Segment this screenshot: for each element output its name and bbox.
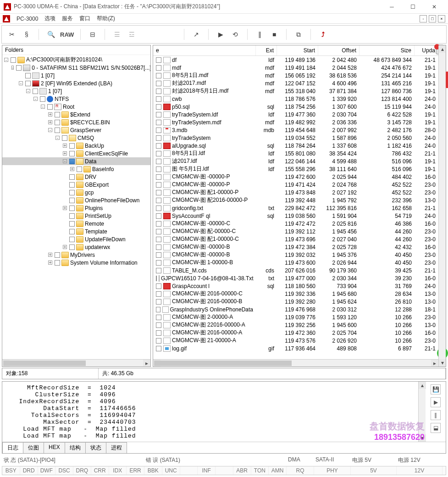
tree-mydrivers[interactable]: +MyDrivers xyxy=(2,251,150,259)
tree-root[interactable]: -A:\PC3000\河南新野20181024\ xyxy=(2,56,150,64)
copy-icon[interactable]: ⧉ xyxy=(293,29,304,40)
log-tab-hex[interactable]: HEX xyxy=(44,442,65,453)
log-play-icon[interactable]: ▶ xyxy=(431,397,441,407)
tree-drv[interactable]: DRV xyxy=(2,173,150,181)
file-row[interactable]: gridconfig.txttxt229 842 472112 395 8161… xyxy=(153,204,438,212)
close-button[interactable]: ✕ xyxy=(424,0,444,13)
file-row[interactable]: GraspIndustryS OnlinePhoneData119 476 96… xyxy=(153,305,438,313)
drive-icon[interactable]: ⊟ xyxy=(87,29,98,40)
maximize-button[interactable]: ☐ xyxy=(403,0,423,13)
file-row[interactable]: log.gifgif117 936 464489 8086 89721-1 xyxy=(153,344,438,352)
log-pause-icon[interactable]: ‖ xyxy=(431,410,441,420)
tree-ntfs[interactable]: -NTFS xyxy=(2,95,150,103)
minimize-button[interactable]: ─ xyxy=(382,0,402,13)
file-row[interactable]: dfldf119 489 1362 042 48048 673 849 3442… xyxy=(153,56,438,64)
tree-part2sub[interactable]: -1 [07] xyxy=(2,87,150,95)
log-tab-state[interactable]: 状态 xyxy=(85,442,106,453)
file-row[interactable]: CMGMCW-图 2016-00000-A119 472 3602 025 70… xyxy=(153,329,438,337)
file-row[interactable]: CMGMCW-图 -00000-P119 472 6002 025 944484… xyxy=(153,173,438,181)
tree-recycle[interactable]: +$RECYCLE.BIN xyxy=(2,118,150,126)
tree-data[interactable]: -Data xyxy=(2,157,150,165)
log-text[interactable]: MftRecordSize = 1024 ClusterSize = 4096 … xyxy=(2,382,418,442)
file-row[interactable]: CMGMCW-图 21-00000-A119 473 5762 026 9201… xyxy=(153,337,438,344)
col-offset[interactable]: Offset xyxy=(318,45,360,55)
tree-extend[interactable]: +$Extend xyxy=(2,111,150,118)
rewind-icon[interactable]: ⟲ xyxy=(230,29,241,40)
binoculars-icon[interactable]: 🔍 xyxy=(45,29,56,40)
menu-help[interactable]: 帮助(Z) xyxy=(97,15,115,22)
file-row[interactable]: 3.mdbmdb119 454 6482 007 9922 482 17628-… xyxy=(153,126,438,134)
play-icon[interactable]: ▶ xyxy=(215,29,226,40)
tree-baseinfo[interactable]: +BaseInfo xyxy=(2,165,150,173)
tree-svi[interactable]: +System Volume Information xyxy=(2,259,150,266)
file-row[interactable]: 图 年5月1日.ldfldf155 558 29638 111 640516 0… xyxy=(153,165,438,173)
file-row[interactable]: alUpgrade.sqlsql118 784 2641 337 6081 18… xyxy=(153,142,438,150)
file-row[interactable]: 8年5月1日.mdfmdf156 065 19238 618 536254 21… xyxy=(153,72,438,79)
tree-updatefiledown[interactable]: UpdateFileDown xyxy=(2,235,150,243)
file-row[interactable]: CMGMCW-图 配1-00000-P119 473 8482 027 1924… xyxy=(153,189,438,196)
tools-icon[interactable]: ✂ xyxy=(6,29,17,40)
file-row[interactable]: SysAccountF qlsql119 038 5601 591 90454 … xyxy=(153,212,438,220)
list2-icon[interactable]: ☲ xyxy=(126,29,137,40)
stop-icon[interactable]: ■ xyxy=(269,29,280,40)
exit-icon[interactable]: ⤴ xyxy=(317,29,328,40)
file-list-header[interactable]: e Ext Start Offset Size Upda xyxy=(153,45,438,56)
file-row[interactable]: CMGMCW-图 1-00000-B119 473 6002 026 94440… xyxy=(153,259,438,266)
tree-plugins[interactable]: +Plugins xyxy=(2,204,150,212)
tree-device[interactable]: -0 - SATAFIRM S11 SBFM21W1 S/N:50026B7[.… xyxy=(2,64,150,72)
menu-app[interactable]: PC-3000 xyxy=(17,16,38,22)
file-row[interactable]: tryTradeSystem.mdfmdf119 482 9922 036 33… xyxy=(153,118,438,126)
export-icon[interactable]: ↗ xyxy=(191,29,202,40)
file-rows-container[interactable]: dfldf119 489 1362 042 48048 673 849 3442… xyxy=(153,56,438,359)
file-row[interactable]: GraspAccount lsql118 180 560733 90431 76… xyxy=(153,282,438,290)
file-row[interactable]: TABLE_M.cdscds207 626 01690 179 36039 42… xyxy=(153,266,438,274)
log-save-icon[interactable]: 💾 xyxy=(431,384,441,394)
file-row[interactable]: 封滤2018年5月1日.mdfmdf155 318 04037 871 3841… xyxy=(153,87,438,95)
menu-services[interactable]: 服务 xyxy=(62,15,73,22)
log-save2-icon[interactable]: ⬓ xyxy=(431,423,441,433)
menu-window[interactable]: 窗口 xyxy=(79,15,90,22)
mdi-restore[interactable]: □ xyxy=(429,15,436,22)
file-row[interactable]: CMGMCW-图 2016-00000-C119 392 3361 945 68… xyxy=(153,290,438,298)
file-row[interactable]: CMGMCW-图 22016-00000-A119 392 2561 945 6… xyxy=(153,321,438,329)
menu-options[interactable]: 选项 xyxy=(44,15,55,22)
tree-part1[interactable]: 1 [07] xyxy=(2,72,150,79)
mdi-minimize[interactable]: - xyxy=(420,15,427,22)
file-row[interactable]: CMGMCW-图 -00000-C119 472 4722 025 81646 … xyxy=(153,220,438,227)
folder-tree[interactable]: -A:\PC3000\河南新野20181024\ -0 - SATAFIRM S… xyxy=(2,55,150,359)
tree-part2[interactable]: -2 [0F] Win95 Extended (LBA) xyxy=(2,79,150,87)
tree-printsetup[interactable]: PrintSetUp xyxy=(2,212,150,220)
tree-updaterwx[interactable]: +updaterwx xyxy=(2,243,150,251)
log-vscroll[interactable]: ▴▾ xyxy=(418,382,426,442)
tree-backup[interactable]: +BackUp xyxy=(2,142,150,150)
log-tab-log[interactable]: 日志 xyxy=(2,442,23,453)
col-name[interactable]: e xyxy=(153,45,256,55)
tree-gbexport[interactable]: GBExport xyxy=(2,181,150,189)
col-start[interactable]: Start xyxy=(277,45,318,55)
tree-clientexec[interactable]: +ClientExecSqlFile xyxy=(2,150,150,157)
tree-rootdir[interactable]: -Root xyxy=(2,103,150,111)
tree-cmsq[interactable]: -CMSQ xyxy=(2,134,150,142)
file-row[interactable]: CMGMCW-图 -00000-B119 472 3842 025 72842 … xyxy=(153,243,438,251)
tree-remote[interactable]: Remote xyxy=(2,220,150,227)
tree-hscroll[interactable]: ◂▸ xyxy=(2,359,150,366)
file-row[interactable]: CMGMCW-图 配1-00000-C119 473 6962 027 0404… xyxy=(153,235,438,243)
log-tab-bitmap[interactable]: 位图 xyxy=(23,442,44,453)
file-vscroll[interactable]: ▴▾ xyxy=(438,45,446,366)
file-row[interactable]: CMGMCW-图 -00000-B119 392 0321 945 37640 … xyxy=(153,251,438,259)
file-row[interactable]: 封滤2017.mdfmdf122 047 1524 600 496131 465… xyxy=(153,79,438,87)
file-row[interactable]: CMGMCW-图 2-00000-A119 039 7761 593 12010… xyxy=(153,313,438,321)
col-size[interactable]: Size xyxy=(360,45,415,55)
file-row[interactable]: CMGMCW-图 配2016-00000-P119 392 4481 945 7… xyxy=(153,196,438,204)
file-row[interactable]: 8年5月1日.ldfldf155 801 08038 354 424786 43… xyxy=(153,150,438,157)
pause-icon[interactable]: ‖ xyxy=(254,29,265,40)
file-row[interactable]: CMGMCW-图 配-00000-C119 392 1121 945 45644… xyxy=(153,227,438,235)
col-ext[interactable]: Ext xyxy=(256,45,277,55)
mdi-close[interactable]: × xyxy=(438,15,445,22)
file-row[interactable]: tryTradeSystem119 034 5521 587 8962 050 … xyxy=(153,134,438,142)
file-hscroll[interactable]: ◂▸ xyxy=(153,359,438,366)
script-icon[interactable]: § xyxy=(21,29,32,40)
file-row[interactable]: CMGMCW-图 2016-00000-B119 392 2801 945 62… xyxy=(153,298,438,305)
tree-onlinephone[interactable]: OnlinePhoneFileDown xyxy=(2,196,150,204)
file-row[interactable]: CMGMCW-图 -00000-P119 471 4242 024 768452… xyxy=(153,181,438,189)
